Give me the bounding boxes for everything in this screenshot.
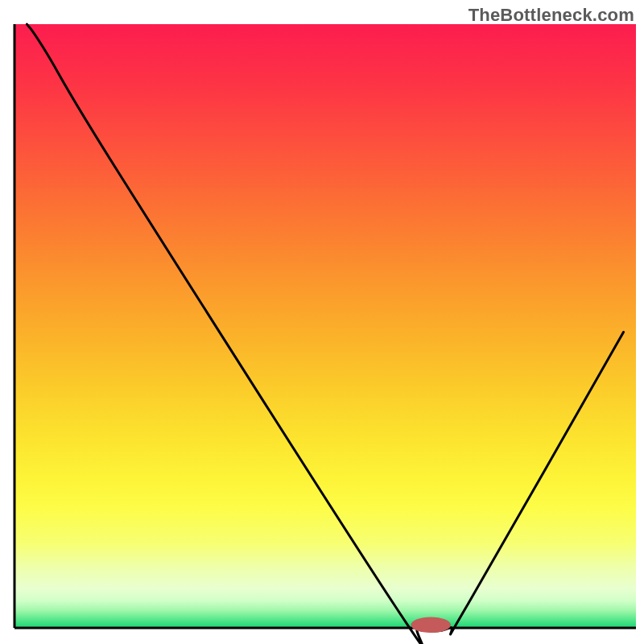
bottleneck-chart — [0, 0, 644, 644]
chart-marker — [411, 617, 451, 634]
watermark-text: TheBottleneck.com — [469, 5, 634, 26]
chart-plot-area — [14, 24, 636, 628]
